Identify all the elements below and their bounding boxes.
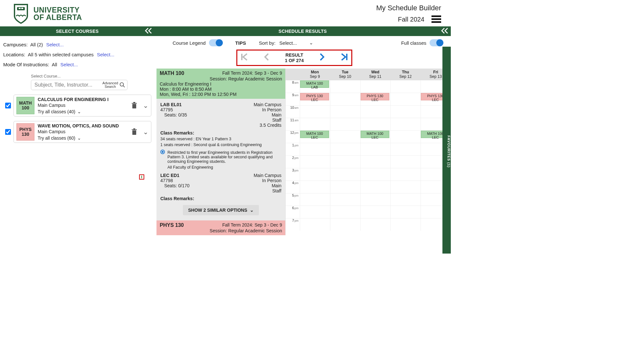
course-code-number: 100 bbox=[22, 106, 29, 110]
calendar-cell[interactable] bbox=[360, 206, 391, 218]
mode-value: All bbox=[52, 62, 57, 67]
calendar-cell[interactable] bbox=[390, 118, 421, 130]
calendar-cell[interactable] bbox=[390, 206, 421, 218]
calendar-cell[interactable] bbox=[360, 218, 391, 231]
calendar-cell[interactable] bbox=[330, 156, 360, 168]
course-card-math100[interactable]: MATH 100 CALCULUS FOR ENGINEERING I Main… bbox=[14, 95, 151, 116]
menu-icon[interactable] bbox=[431, 15, 441, 23]
pager-prev-icon[interactable] bbox=[264, 52, 270, 63]
chevron-down-icon[interactable]: ⌄ bbox=[143, 102, 148, 109]
calendar-cell[interactable] bbox=[390, 80, 421, 93]
term-label: Fall 2024 bbox=[398, 16, 424, 23]
calendar-cell[interactable] bbox=[330, 206, 360, 218]
pager-first-icon[interactable] bbox=[241, 52, 248, 63]
calendar-cell[interactable] bbox=[330, 118, 360, 130]
time-label: 6pm bbox=[286, 206, 300, 218]
calendar-cell[interactable] bbox=[390, 156, 421, 168]
calendar-cell[interactable] bbox=[330, 193, 360, 206]
course-campus: Main Campus bbox=[38, 129, 128, 134]
calendar-cell[interactable] bbox=[300, 143, 330, 155]
sortby-value[interactable]: Select... bbox=[279, 40, 297, 46]
svg-rect-13 bbox=[133, 128, 135, 129]
favourites-rail[interactable]: FAVOURITES (1) bbox=[442, 47, 451, 254]
pager-last-icon[interactable] bbox=[340, 52, 348, 63]
calendar-cell[interactable] bbox=[360, 106, 391, 118]
time-label: 11am bbox=[286, 118, 300, 130]
calendar-cell[interactable] bbox=[330, 93, 360, 105]
calendar-cell[interactable] bbox=[390, 168, 421, 181]
collapse-right-icon[interactable] bbox=[441, 28, 448, 35]
time-label: 12pm bbox=[286, 131, 300, 143]
svg-rect-8 bbox=[132, 104, 136, 108]
calendar-cell[interactable] bbox=[300, 218, 330, 231]
search-icon[interactable] bbox=[119, 82, 125, 88]
calendar-cell[interactable] bbox=[390, 131, 421, 143]
collapse-left-icon[interactable] bbox=[145, 28, 152, 35]
course-card-phys130[interactable]: PHYS 130 WAVE MOTION, OPTICS, AND SOUND … bbox=[14, 121, 151, 143]
section-radio[interactable] bbox=[160, 150, 165, 154]
calendar-cell[interactable] bbox=[300, 106, 330, 118]
course-checkbox-math100[interactable] bbox=[5, 103, 11, 108]
pager-next-icon[interactable] bbox=[319, 52, 325, 63]
calendar-cell[interactable] bbox=[300, 206, 330, 218]
chevron-down-icon[interactable]: ⌄ bbox=[309, 40, 313, 46]
week-calendar: MonSep 9 TueSep 10 WedSep 11 ThuSep 12 F… bbox=[285, 69, 451, 235]
calendar-cell[interactable] bbox=[390, 143, 421, 155]
calendar-cell[interactable] bbox=[330, 143, 360, 155]
advanced-search-link[interactable]: AdvancedSearch bbox=[102, 81, 118, 88]
calendar-cell[interactable] bbox=[330, 131, 360, 143]
calendar-cell[interactable] bbox=[390, 193, 421, 206]
calendar-event[interactable]: PHYS 130LEC bbox=[300, 93, 329, 100]
pager-result-label: RESULT bbox=[285, 52, 304, 58]
calendar-cell[interactable] bbox=[330, 80, 360, 93]
calendar-cell[interactable] bbox=[360, 80, 391, 93]
calendar-cell[interactable] bbox=[330, 106, 360, 118]
math-section-header: MATH 100 Fall Term 2024: Sep 3 - Dec 9 S… bbox=[156, 69, 285, 99]
campuses-select-link[interactable]: Select... bbox=[46, 42, 63, 47]
calendar-event[interactable]: MATH 100LAB bbox=[300, 80, 329, 88]
course-search-input[interactable] bbox=[34, 82, 101, 88]
calendar-cell[interactable] bbox=[390, 181, 421, 193]
calendar-cell[interactable] bbox=[360, 181, 391, 193]
locations-select-link[interactable]: Select... bbox=[97, 52, 114, 57]
svg-rect-0 bbox=[17, 7, 25, 10]
search-label: Select Course... bbox=[31, 74, 128, 79]
collapse-fav-icon[interactable] bbox=[443, 41, 450, 47]
calendar-cell[interactable] bbox=[330, 181, 360, 193]
calendar-cell[interactable] bbox=[360, 118, 391, 130]
calendar-cell[interactable] bbox=[330, 168, 360, 181]
course-try-all[interactable]: Try all classes (60) ⌄ bbox=[38, 135, 128, 141]
calendar-event[interactable]: PHYS 130LEC bbox=[361, 93, 390, 100]
calendar-cell[interactable] bbox=[390, 93, 421, 105]
mode-select-link[interactable]: Select... bbox=[61, 62, 78, 67]
course-checkbox-phys130[interactable] bbox=[5, 129, 11, 135]
select-courses-label: SELECT COURSES bbox=[56, 29, 99, 34]
calendar-cell[interactable] bbox=[360, 156, 391, 168]
tips-link[interactable]: TIPS bbox=[235, 40, 246, 46]
calendar-cell[interactable] bbox=[300, 118, 330, 130]
full-classes-toggle[interactable] bbox=[430, 39, 443, 46]
course-try-all[interactable]: Try all classes (40) ⌄ bbox=[38, 109, 128, 114]
calendar-event[interactable]: MATH 100LEC bbox=[361, 131, 390, 138]
legend-toggle[interactable] bbox=[209, 39, 223, 46]
calendar-cell[interactable] bbox=[360, 193, 391, 206]
calendar-event[interactable]: MATH 100LEC bbox=[300, 131, 329, 138]
calendar-cell[interactable] bbox=[300, 193, 330, 206]
pager-result-count: 1 OF 274 bbox=[285, 58, 304, 63]
calendar-cell[interactable] bbox=[360, 143, 391, 155]
calendar-cell[interactable] bbox=[390, 106, 421, 118]
calendar-cell[interactable] bbox=[390, 218, 421, 231]
course-code-subject: MATH bbox=[19, 101, 32, 106]
trash-icon[interactable] bbox=[131, 102, 137, 109]
phys-section-header: PHYS 130 Fall Term 2024: Sep 3 - Dec 9 S… bbox=[156, 220, 285, 235]
calendar-cell[interactable] bbox=[360, 168, 391, 181]
trash-icon[interactable] bbox=[131, 128, 137, 135]
chevron-down-icon[interactable]: ⌄ bbox=[143, 128, 148, 136]
annotation-marker bbox=[139, 174, 144, 180]
calendar-cell[interactable] bbox=[300, 181, 330, 193]
svg-rect-2 bbox=[21, 8, 23, 9]
show-similar-button[interactable]: SHOW 2 SIMILAR OPTIONS ⌄ bbox=[183, 205, 259, 215]
calendar-cell[interactable] bbox=[330, 218, 360, 231]
calendar-cell[interactable] bbox=[300, 156, 330, 168]
calendar-cell[interactable] bbox=[300, 168, 330, 181]
